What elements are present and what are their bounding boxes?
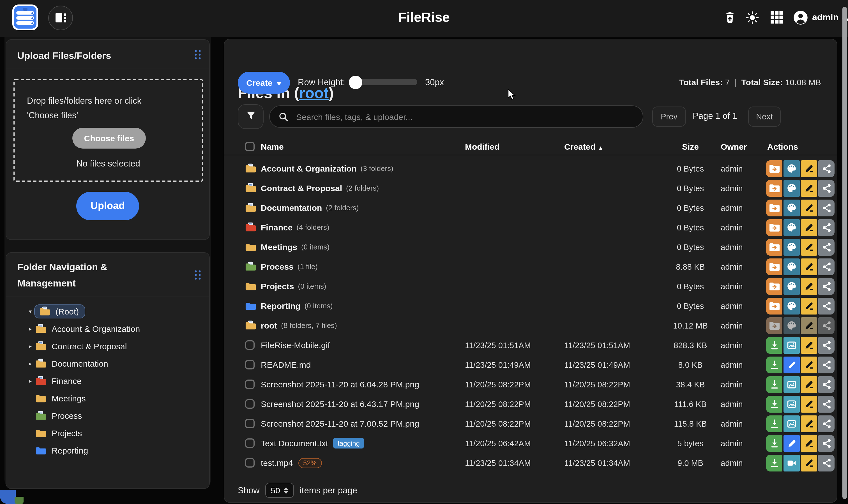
folder-move-button[interactable] bbox=[766, 258, 782, 275]
palette-button[interactable] bbox=[783, 180, 800, 197]
folder-move-button[interactable] bbox=[766, 160, 782, 177]
item-name[interactable]: Projects bbox=[261, 282, 294, 291]
tree-item-contract-proposal[interactable]: ▸Contract & Proposal bbox=[12, 338, 205, 355]
caret-right-icon[interactable]: ▸ bbox=[26, 360, 34, 367]
upload-dropzone[interactable]: Drop files/folders here or click 'Choose… bbox=[14, 79, 203, 182]
folder-move-button[interactable] bbox=[766, 238, 782, 255]
search-input[interactable] bbox=[295, 111, 611, 122]
row-checkbox[interactable] bbox=[245, 458, 254, 468]
item-name[interactable]: Screenshot 2025-11-20 at 7.00.52 PM.png bbox=[261, 419, 419, 428]
share-button[interactable] bbox=[818, 258, 834, 275]
create-button[interactable]: Create bbox=[238, 72, 290, 94]
item-name[interactable]: Finance bbox=[261, 222, 293, 232]
column-header-owner[interactable]: Owner bbox=[713, 142, 762, 151]
trash-restore-button[interactable] bbox=[722, 11, 737, 26]
download-button[interactable] bbox=[766, 396, 782, 412]
table-row[interactable]: Documentation(2 folders)0 Bytesadmin bbox=[224, 198, 837, 217]
row-checkbox[interactable] bbox=[245, 380, 254, 389]
share-button[interactable] bbox=[818, 376, 834, 393]
table-row[interactable]: Screenshot 2025-11-20 at 7.00.52 PM.png1… bbox=[224, 414, 837, 433]
palette-button[interactable] bbox=[783, 160, 800, 177]
rename-button[interactable] bbox=[801, 396, 817, 412]
share-button[interactable] bbox=[818, 415, 834, 432]
column-header-name[interactable]: Name bbox=[261, 142, 465, 151]
rename-button[interactable] bbox=[801, 435, 817, 452]
share-button[interactable] bbox=[818, 160, 834, 177]
item-name[interactable]: Documentation bbox=[261, 203, 322, 213]
download-button[interactable] bbox=[766, 337, 782, 354]
items-per-page-select[interactable]: 50 bbox=[265, 483, 294, 498]
table-row[interactable]: Screenshot 2025-11-20 at 6.04.28 PM.png1… bbox=[224, 375, 837, 394]
image-button[interactable] bbox=[783, 396, 800, 412]
item-name[interactable]: Text Document.txt bbox=[261, 438, 328, 448]
folder-move-button[interactable] bbox=[766, 219, 782, 236]
caret-right-icon[interactable]: ▸ bbox=[26, 378, 34, 384]
edit-button[interactable] bbox=[783, 356, 800, 373]
caret-right-icon[interactable]: ▸ bbox=[26, 343, 34, 349]
download-button[interactable] bbox=[766, 415, 782, 432]
video-button[interactable] bbox=[783, 454, 800, 471]
palette-button[interactable] bbox=[783, 199, 800, 216]
download-button[interactable] bbox=[766, 376, 782, 393]
table-row[interactable]: root(8 folders, 7 files)10.12 MBadmin bbox=[224, 316, 837, 335]
choose-files-button[interactable]: Choose files bbox=[72, 128, 146, 148]
slider-thumb[interactable] bbox=[349, 75, 362, 89]
rename-button[interactable] bbox=[801, 298, 817, 314]
prev-page-button[interactable]: Prev bbox=[652, 107, 686, 127]
rename-button[interactable] bbox=[801, 180, 817, 197]
share-button[interactable] bbox=[818, 298, 834, 314]
item-name[interactable]: test.mp4 bbox=[261, 458, 293, 468]
palette-button[interactable] bbox=[783, 238, 800, 255]
item-name[interactable]: Contract & Proposal bbox=[261, 183, 342, 193]
rename-button[interactable] bbox=[801, 219, 817, 236]
rename-button[interactable] bbox=[801, 415, 817, 432]
table-row[interactable]: Meetings(0 items)0 Bytesadmin bbox=[224, 237, 837, 257]
row-checkbox[interactable] bbox=[245, 360, 254, 370]
edit-button[interactable] bbox=[783, 435, 800, 452]
download-button[interactable] bbox=[766, 435, 782, 452]
share-button[interactable] bbox=[818, 278, 834, 294]
rename-button[interactable] bbox=[801, 356, 817, 373]
share-button[interactable] bbox=[818, 219, 834, 236]
share-button[interactable] bbox=[818, 180, 834, 197]
image-button[interactable] bbox=[783, 337, 800, 354]
rename-button[interactable] bbox=[801, 238, 817, 255]
table-row[interactable]: README.md11/23/25 01:49AM11/23/25 01:49A… bbox=[224, 355, 837, 375]
table-row[interactable]: Text Document.txttagging11/20/25 06:42AM… bbox=[224, 433, 837, 453]
rename-button[interactable] bbox=[801, 199, 817, 216]
share-button[interactable] bbox=[818, 238, 834, 255]
column-header-size[interactable]: Size bbox=[667, 142, 713, 151]
folder-move-button[interactable] bbox=[766, 298, 782, 314]
item-name[interactable]: Screenshot 2025-11-20 at 6.04.28 PM.png bbox=[261, 380, 419, 389]
item-name[interactable]: root bbox=[261, 321, 277, 330]
tree-item-reporting[interactable]: Reporting bbox=[12, 442, 205, 459]
page-scrollbar[interactable] bbox=[842, 7, 847, 499]
share-button[interactable] bbox=[818, 435, 834, 452]
select-all-checkbox[interactable] bbox=[245, 142, 254, 151]
item-name[interactable]: Screenshot 2025-11-20 at 6.43.17 PM.png bbox=[261, 399, 419, 409]
rename-button[interactable] bbox=[801, 258, 817, 275]
table-row[interactable]: test.mp452%11/23/25 01:34AM11/23/25 01:3… bbox=[224, 453, 837, 473]
palette-button[interactable] bbox=[783, 298, 800, 314]
download-button[interactable] bbox=[766, 356, 782, 373]
apps-grid-button[interactable] bbox=[770, 11, 784, 26]
item-name[interactable]: Account & Organization bbox=[261, 164, 357, 173]
row-checkbox[interactable] bbox=[245, 399, 254, 409]
table-row[interactable]: Finance(4 folders)0 Bytesadmin bbox=[224, 217, 837, 237]
item-name[interactable]: Reporting bbox=[261, 301, 301, 311]
row-checkbox[interactable] bbox=[245, 438, 254, 448]
tree-item-projects[interactable]: Projects bbox=[12, 425, 205, 442]
next-page-button[interactable]: Next bbox=[748, 107, 781, 127]
table-row[interactable]: Screenshot 2025-11-20 at 6.43.17 PM.png1… bbox=[224, 394, 837, 414]
tree-item-root[interactable]: ▾(Root) bbox=[12, 303, 205, 320]
image-button[interactable] bbox=[783, 376, 800, 393]
share-button[interactable] bbox=[818, 337, 834, 354]
folder-move-button[interactable] bbox=[766, 278, 782, 294]
row-checkbox[interactable] bbox=[245, 419, 254, 428]
caret-down-icon[interactable]: ▾ bbox=[26, 308, 34, 314]
caret-right-icon[interactable]: ▸ bbox=[26, 326, 34, 332]
drag-handle-icon[interactable] bbox=[194, 50, 201, 63]
item-name[interactable]: FileRise-Mobile.gif bbox=[261, 340, 330, 350]
share-button[interactable] bbox=[818, 356, 834, 373]
image-button[interactable] bbox=[783, 415, 800, 432]
